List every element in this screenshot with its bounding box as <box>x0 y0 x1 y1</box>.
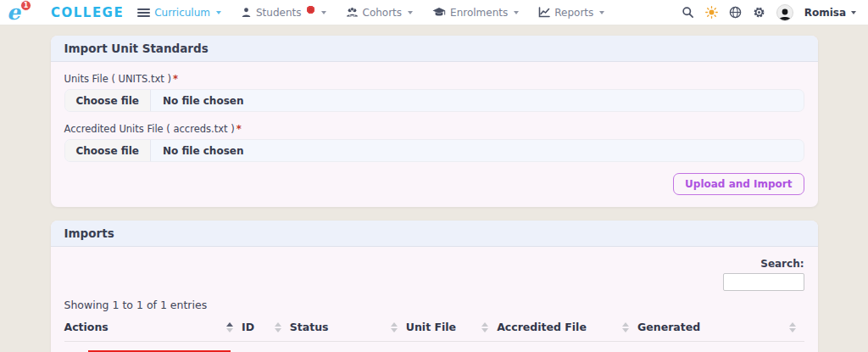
search-label: Search: <box>760 258 804 270</box>
upload-and-import-button[interactable]: Upload and Import <box>673 173 804 195</box>
units-file-label-text: Units File ( UNITS.txt ) <box>64 73 171 85</box>
sort-icon <box>789 322 796 332</box>
import-unit-standards-card: Import Unit Standards Units File ( UNITS… <box>51 36 818 207</box>
chevron-down-icon <box>321 11 326 14</box>
column-label: Generated <box>637 321 700 333</box>
person-icon <box>241 7 252 18</box>
sort-icon <box>622 322 629 332</box>
user-name-label: Romisa <box>804 7 846 19</box>
table-info: Showing 1 to 1 of 1 entries <box>64 299 804 311</box>
nav-menus: Curriculum Students Cohorts Enrolments <box>137 7 604 19</box>
column-header-generated[interactable]: Generated <box>637 313 804 342</box>
nav-label-reports: Reports <box>554 7 593 19</box>
hamburger-icon <box>137 8 150 18</box>
choose-file-button[interactable]: Choose file <box>65 90 151 111</box>
required-asterisk: * <box>236 123 242 135</box>
imports-table: Actions ID Status Unit File <box>64 313 804 352</box>
chevron-down-icon <box>514 11 519 14</box>
required-asterisk: * <box>173 73 178 85</box>
sort-icon <box>481 322 488 332</box>
main-content: Import Unit Standards Units File ( UNITS… <box>51 36 818 352</box>
sun-icon[interactable] <box>705 6 718 19</box>
logo-notification-badge: 1 <box>20 0 31 11</box>
nav-item-students[interactable]: Students <box>241 7 326 19</box>
chevron-down-icon <box>599 11 604 14</box>
accredited-file-label-text: Accredited Units File ( accreds.txt ) <box>64 123 235 135</box>
column-header-status[interactable]: Status <box>290 313 406 342</box>
units-file-label: Units File ( UNITS.txt )* <box>64 73 804 85</box>
import-card-title: Import Unit Standards <box>51 36 818 62</box>
graduation-cap-icon <box>432 7 446 18</box>
globe-icon[interactable] <box>729 6 742 19</box>
imports-card-body: Search: Showing 1 to 1 of 1 entries Acti… <box>51 247 818 352</box>
students-notification-badge <box>307 6 314 14</box>
file-chosen-status: No file chosen <box>151 95 256 107</box>
choose-file-button[interactable]: Choose file <box>65 140 151 161</box>
column-label: Actions <box>64 321 108 333</box>
nav-item-cohorts[interactable]: Cohorts <box>346 7 414 19</box>
status-cell: ✓ Completed <box>290 342 406 352</box>
nav-label-curriculum: Curriculum <box>154 7 210 19</box>
accredited-file-cell: accreds.txt <box>497 342 637 352</box>
table-row: Create Components + 1 ✓ Completed <box>64 342 804 352</box>
table-search: Search: <box>64 258 804 291</box>
column-label: Accredited File <box>497 321 587 333</box>
user-menu[interactable]: Romisa <box>804 7 856 19</box>
accredited-file-label: Accredited Units File ( accreds.txt )* <box>64 123 804 135</box>
table-header-row: Actions ID Status Unit File <box>64 313 804 342</box>
column-label: Unit File <box>406 321 456 333</box>
search-icon[interactable] <box>682 6 694 19</box>
unit-file-cell: UNITS.txt <box>406 342 497 352</box>
people-icon <box>346 7 359 18</box>
chart-line-icon <box>538 7 550 18</box>
sort-icon <box>226 322 233 332</box>
file-chosen-status: No file chosen <box>151 145 256 157</box>
nav-label-enrolments: Enrolments <box>450 7 508 19</box>
nav-item-enrolments[interactable]: Enrolments <box>432 7 519 19</box>
imports-card: Imports Search: Showing 1 to 1 of 1 entr… <box>51 221 818 352</box>
column-header-actions[interactable]: Actions <box>64 313 242 342</box>
accredited-file-input[interactable]: Choose file No file chosen <box>64 139 804 162</box>
column-header-unit-file[interactable]: Unit File <box>406 313 497 342</box>
nav-label-students: Students <box>256 7 302 19</box>
navbar-actions: Romisa <box>682 4 856 21</box>
top-navbar: e 1 COLLEGE Curriculum Students Cohorts <box>0 0 868 25</box>
brand-title[interactable]: COLLEGE <box>51 5 124 20</box>
import-card-body: Units File ( UNITS.txt )* Choose file No… <box>51 62 818 207</box>
imports-card-title: Imports <box>51 221 818 247</box>
sort-icon <box>391 322 398 332</box>
app-logo[interactable]: e 1 <box>7 2 29 24</box>
units-file-input[interactable]: Choose file No file chosen <box>64 89 804 112</box>
actions-cell: Create Components + <box>64 342 242 352</box>
nav-item-reports[interactable]: Reports <box>538 7 604 19</box>
column-header-id[interactable]: ID <box>242 313 290 342</box>
avatar[interactable] <box>776 4 793 21</box>
gear-icon[interactable] <box>753 6 765 19</box>
column-header-accredited-file[interactable]: Accredited File <box>497 313 637 342</box>
generated-cell: Generated 13-01-2026 By Alan <box>637 342 804 352</box>
chevron-down-icon <box>408 11 413 14</box>
submit-row: Upload and Import <box>64 173 804 195</box>
chevron-down-icon <box>851 11 856 14</box>
column-label: ID <box>242 321 254 333</box>
sort-icon <box>275 322 281 332</box>
column-label: Status <box>290 321 329 333</box>
nav-label-cohorts: Cohorts <box>363 7 403 19</box>
chevron-down-icon <box>216 11 221 14</box>
id-cell: 1 <box>242 342 290 352</box>
nav-item-curriculum[interactable]: Curriculum <box>137 7 221 19</box>
search-input[interactable] <box>723 273 804 291</box>
